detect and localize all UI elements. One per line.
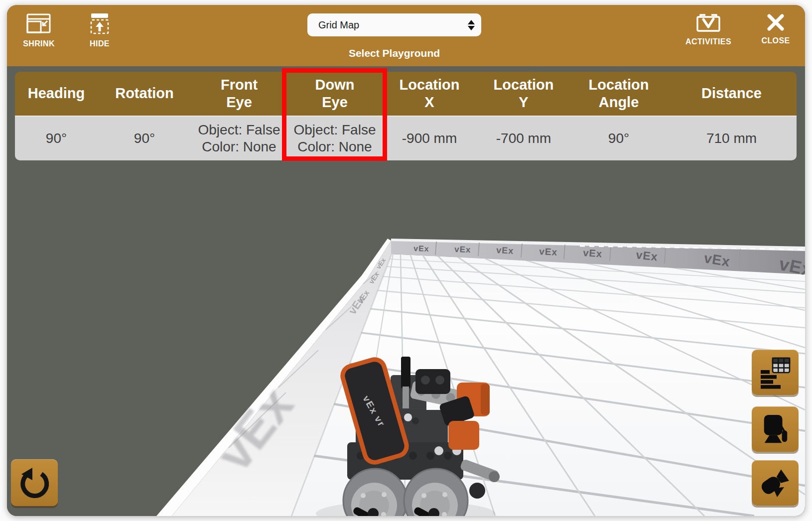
camera-view-button[interactable] <box>752 460 799 506</box>
wall-logo: vEx <box>413 244 429 253</box>
hide-icon <box>89 13 111 34</box>
col-header-down-eye: Down Eye <box>287 72 383 116</box>
col-header-rotation: Rotation <box>98 72 191 116</box>
value-down-eye: Object: False Color: None <box>287 117 383 160</box>
value-location-angle: 90° <box>571 117 667 160</box>
wall-logo: vEx <box>539 246 558 258</box>
col-header-heading: Heading <box>15 72 98 116</box>
col-header-distance: Distance <box>667 72 797 116</box>
shrink-label: SHRINK <box>23 39 55 48</box>
playground-window: SHRINK HIDE Grid Map Select Playground <box>7 5 805 516</box>
reset-icon <box>18 467 50 499</box>
hide-label: HIDE <box>90 39 110 48</box>
activities-button[interactable]: ACTIVITIES <box>680 13 736 47</box>
wall-logo: vEx <box>635 248 658 263</box>
playground-select[interactable]: Grid Map <box>307 13 481 36</box>
dashboard-icon <box>759 356 792 389</box>
robot-view-button[interactable] <box>752 406 799 452</box>
shrink-button[interactable]: SHRINK <box>19 13 59 49</box>
shrink-icon <box>26 13 51 34</box>
playground-select-value: Grid Map <box>318 19 359 31</box>
wall-logo: vEx <box>583 247 603 260</box>
select-updown-icon <box>468 20 475 30</box>
activities-icon <box>696 13 721 32</box>
col-header-location-x: Location X <box>383 72 476 116</box>
value-rotation: 90° <box>98 117 191 160</box>
close-label: CLOSE <box>761 36 790 45</box>
robot-view-icon <box>760 414 791 445</box>
col-header-front-eye: Front Eye <box>191 72 287 116</box>
table-header-row: Heading Rotation Front Eye Down Eye Loca… <box>15 72 797 116</box>
value-location-x: -900 mm <box>383 117 476 160</box>
camera-icon <box>759 467 791 499</box>
dashboard-toggle-button[interactable] <box>752 350 799 395</box>
table-data-row: 90° 90° Object: False Color: None Object… <box>15 116 797 160</box>
col-header-location-y: Location Y <box>476 72 571 116</box>
sensor-dashboard-table: Heading Rotation Front Eye Down Eye Loca… <box>15 72 797 160</box>
value-front-eye: Object: False Color: None <box>191 117 287 160</box>
screenshot-stage: SHRINK HIDE Grid Map Select Playground <box>0 0 812 521</box>
activities-label: ACTIVITIES <box>685 37 731 46</box>
close-icon <box>767 13 785 31</box>
value-heading: 90° <box>15 117 98 160</box>
close-button[interactable]: CLOSE <box>757 13 795 46</box>
reset-playground-button[interactable] <box>11 459 58 506</box>
toolbar: SHRINK HIDE Grid Map Select Playground <box>7 5 805 66</box>
wall-logo: vEx <box>454 245 471 255</box>
wall-logo: vEx <box>496 245 514 256</box>
select-playground-caption: Select Playground <box>307 47 481 59</box>
hide-button[interactable]: HIDE <box>80 13 120 49</box>
value-distance: 710 mm <box>667 117 797 160</box>
col-header-location-angle: Location Angle <box>571 72 667 116</box>
value-location-y: -700 mm <box>476 117 571 160</box>
